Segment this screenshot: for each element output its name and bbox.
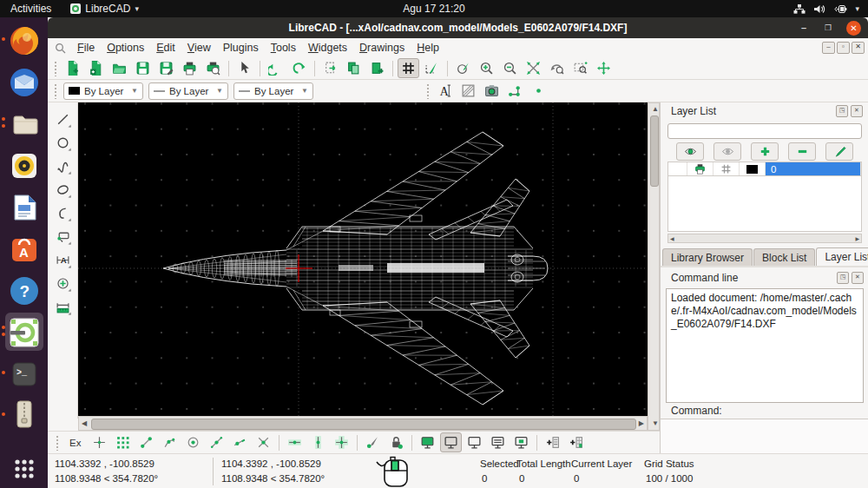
current-view-icon[interactable]	[440, 432, 462, 452]
pen-linetype-select[interactable]: By Layer ▼	[233, 82, 313, 100]
paste-icon[interactable]	[366, 58, 388, 78]
toolbar-drag-handle[interactable]	[426, 83, 431, 99]
menu-file[interactable]: File	[71, 40, 101, 56]
zoom-in-icon[interactable]	[476, 58, 497, 78]
zoom-out-icon[interactable]	[499, 58, 521, 78]
tab-library-browser[interactable]: Library Browser	[662, 248, 753, 266]
dock-item-terminal[interactable]: >_	[0, 353, 48, 395]
vertical-scroll-thumb[interactable]	[650, 115, 659, 187]
circle-center-tool-icon[interactable]	[51, 273, 74, 294]
scroll-up-arrow[interactable]: ▲	[652, 106, 659, 113]
restrict-horizontal-icon[interactable]	[284, 432, 306, 452]
dock-item-help[interactable]: ?	[0, 270, 48, 312]
menu-help[interactable]: Help	[411, 40, 445, 56]
grid-toggle-icon[interactable]	[398, 58, 419, 78]
previous-view-icon[interactable]	[546, 58, 568, 78]
menu-widgets[interactable]: Widgets	[302, 40, 353, 56]
scroll-left-arrow[interactable]: ◀	[82, 420, 87, 427]
hatch-tool-icon[interactable]	[457, 81, 479, 101]
horizontal-scroll-thumb[interactable]	[91, 419, 636, 430]
new-file-icon[interactable]	[62, 58, 83, 78]
save-icon[interactable]	[132, 58, 154, 78]
menu-view[interactable]: View	[181, 40, 217, 56]
menu-plugins[interactable]: Plugins	[217, 40, 265, 56]
restrict-orthogonal-icon[interactable]	[331, 432, 352, 452]
set-relative-zero-icon[interactable]	[362, 432, 384, 452]
copy-icon[interactable]	[343, 58, 365, 78]
view-block-icon[interactable]	[510, 432, 532, 452]
select-cursor-icon[interactable]	[233, 58, 255, 78]
menu-drawings[interactable]: Drawings	[353, 40, 411, 56]
point-tool-icon[interactable]	[528, 81, 549, 101]
open-icon[interactable]	[108, 58, 130, 78]
pen-width-select[interactable]: By Layer ▼	[148, 82, 228, 100]
tab-block-list[interactable]: Block List	[753, 248, 815, 266]
dock-item-thunderbird[interactable]	[0, 62, 48, 103]
cut-icon[interactable]	[319, 58, 341, 78]
print-icon[interactable]	[179, 58, 201, 78]
view-plain-icon[interactable]	[464, 432, 485, 452]
snap-grid-icon[interactable]	[112, 432, 134, 452]
layer-row-0[interactable]: 0	[667, 162, 862, 176]
dock-item-libreoffice-writer[interactable]	[0, 187, 48, 228]
menu-options[interactable]: Options	[101, 40, 150, 56]
layer-construction-icon[interactable]	[713, 162, 740, 175]
arc-tool-icon[interactable]	[51, 202, 74, 224]
dock-item-archive-manager[interactable]	[0, 395, 48, 433]
save-as-icon[interactable]	[155, 58, 177, 78]
snap-endpoint-icon[interactable]	[135, 432, 157, 452]
layer-visibility-cell[interactable]	[668, 162, 687, 175]
scroll-right-arrow[interactable]: ▶	[639, 420, 644, 427]
snap-middle-icon[interactable]	[206, 432, 227, 452]
add-layer-list-icon[interactable]	[542, 432, 563, 452]
dock-item-rhythmbox[interactable]	[0, 145, 48, 187]
minimize-window-button[interactable]: –	[798, 23, 810, 33]
dock-item-ubuntu-software[interactable]: A	[0, 228, 48, 270]
spline-tool-icon[interactable]	[51, 155, 74, 177]
redo-icon[interactable]	[288, 58, 310, 78]
toolbar-drag-handle[interactable]	[56, 435, 60, 451]
mdi-minimize-button[interactable]: –	[822, 42, 835, 54]
show-all-layers-button[interactable]	[676, 142, 704, 161]
dock-item-firefox[interactable]	[0, 20, 48, 62]
mdi-close-button[interactable]: ✕	[852, 42, 865, 54]
dock-item-files[interactable]	[0, 103, 48, 145]
scroll-down-arrow[interactable]: ▼	[652, 420, 659, 427]
menu-edit[interactable]: Edit	[150, 40, 181, 56]
restrict-vertical-icon[interactable]	[307, 432, 329, 452]
search-icon[interactable]	[55, 43, 66, 54]
app-menu-button[interactable]: LibreCAD ▾	[62, 3, 148, 15]
toolbar-drag-handle[interactable]	[54, 61, 58, 76]
measure-tool-icon[interactable]	[51, 296, 74, 318]
free-snap-icon[interactable]	[89, 432, 110, 452]
ellipse-tool-icon[interactable]	[51, 179, 74, 201]
auto-zoom-icon[interactable]	[523, 58, 544, 78]
select-entity-tool-icon[interactable]	[51, 226, 74, 247]
tab-layer-list[interactable]: Layer List	[816, 247, 868, 266]
snap-distance-icon[interactable]	[229, 432, 251, 452]
restore-window-button[interactable]: ❐	[822, 24, 834, 32]
command-input[interactable]	[661, 419, 868, 453]
draft-mode-icon[interactable]	[417, 432, 438, 452]
dock-item-librecad[interactable]	[0, 312, 48, 353]
print-preview-icon[interactable]	[202, 58, 224, 78]
undo-icon[interactable]	[265, 58, 286, 78]
circle-tool-icon[interactable]	[51, 132, 74, 154]
pan-zoom-icon[interactable]	[593, 58, 615, 78]
window-title-bar[interactable]: LibreCAD - [...xAoI/cadnav.com_model/Mod…	[48, 17, 868, 38]
layer-color-swatch[interactable]	[740, 162, 766, 175]
image-insert-icon[interactable]	[481, 81, 503, 101]
edit-layer-button[interactable]	[825, 142, 853, 161]
add-block-list-icon[interactable]	[565, 432, 587, 452]
layer-list-body[interactable]	[667, 176, 862, 232]
snap-intersection-icon[interactable]	[253, 432, 274, 452]
isometric-grid-icon[interactable]	[421, 58, 443, 78]
snap-entity-icon[interactable]	[159, 432, 181, 452]
canvas-horizontal-scrollbar[interactable]: ◀ ▶	[78, 416, 648, 431]
new-from-template-icon[interactable]	[85, 58, 107, 78]
view-lines-icon[interactable]	[487, 432, 509, 452]
layer-name[interactable]: 0	[766, 162, 861, 175]
close-dock-button[interactable]: ✕	[851, 105, 863, 117]
toolbar-drag-handle[interactable]	[54, 83, 58, 99]
activities-button[interactable]: Activities	[0, 0, 62, 17]
